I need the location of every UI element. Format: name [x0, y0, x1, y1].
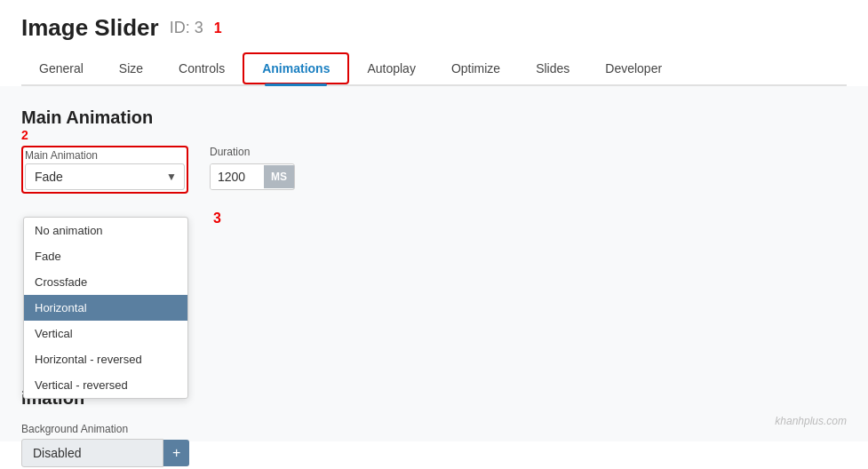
duration-unit: MS — [264, 165, 294, 188]
tab-animations[interactable]: Animations — [243, 52, 349, 84]
main-animation-label: Main Animation — [25, 149, 185, 162]
main-animation-select-container: Main Animation Fade ▼ — [21, 146, 188, 194]
page-title: Image Slider — [21, 14, 159, 42]
select-value: Fade — [26, 164, 159, 189]
main-animation-select[interactable]: Fade ▼ — [25, 163, 185, 190]
chevron-down-icon: ▼ — [159, 165, 184, 188]
dropdown-item-horizontal-reversed[interactable]: Horizontal - reversed — [24, 346, 187, 372]
disabled-value: Disabled — [21, 439, 163, 467]
annotation-1: 1 — [214, 20, 222, 36]
duration-label: Duration — [210, 146, 295, 158]
tabs-bar: General Size Controls Animations Autopla… — [21, 52, 847, 86]
dropdown-item-no-animation[interactable]: No animation — [24, 218, 187, 243]
dropdown-item-fade[interactable]: Fade — [24, 243, 187, 269]
tab-developer[interactable]: Developer — [587, 52, 680, 84]
id-badge: ID: 3 — [170, 19, 203, 37]
tab-autoplay[interactable]: Autoplay — [349, 52, 433, 84]
bg-animation-label: Background Animation — [21, 423, 189, 435]
content-area: Main Animation 2 Main Animation Fade ▼ N… — [0, 86, 868, 441]
tab-optimize[interactable]: Optimize — [434, 52, 518, 84]
main-animation-title: Main Animation — [21, 107, 847, 128]
duration-input[interactable] — [211, 164, 264, 189]
page-header: Image Slider ID: 3 1 General Size Contro… — [0, 0, 868, 86]
duration-group: Duration MS — [210, 146, 295, 190]
annotation-2: 2 — [21, 128, 28, 142]
dropdown-item-vertical[interactable]: Vertical — [24, 321, 187, 346]
disabled-field: Disabled + — [21, 439, 189, 467]
tab-size[interactable]: Size — [101, 52, 161, 84]
dropdown-list: No animation Fade Crossfade Horizontal V… — [23, 217, 188, 399]
watermark: khanhplus.com — [775, 415, 847, 427]
main-animation-form: 2 Main Animation Fade ▼ No animation Fad… — [21, 146, 847, 194]
annotation-3: 3 — [213, 211, 221, 227]
dropdown-item-horizontal[interactable]: Horizontal — [24, 295, 187, 321]
dropdown-item-vertical-reversed[interactable]: Vertical - reversed — [24, 372, 187, 398]
page-wrapper: Image Slider ID: 3 1 General Size Contro… — [0, 0, 868, 469]
tab-controls[interactable]: Controls — [161, 52, 243, 84]
duration-input-row: MS — [210, 163, 295, 190]
tab-general[interactable]: General — [21, 52, 101, 84]
plus-button[interactable]: + — [163, 440, 189, 466]
bg-animation-group: Background Animation Disabled + — [21, 423, 189, 467]
title-row: Image Slider ID: 3 1 — [21, 14, 847, 42]
tab-slides[interactable]: Slides — [518, 52, 587, 84]
dropdown-item-crossfade[interactable]: Crossfade — [24, 269, 187, 295]
second-section-area: imation Background Animation Disabled + — [21, 388, 189, 467]
main-animation-field-group: 2 Main Animation Fade ▼ No animation Fad… — [21, 146, 188, 194]
